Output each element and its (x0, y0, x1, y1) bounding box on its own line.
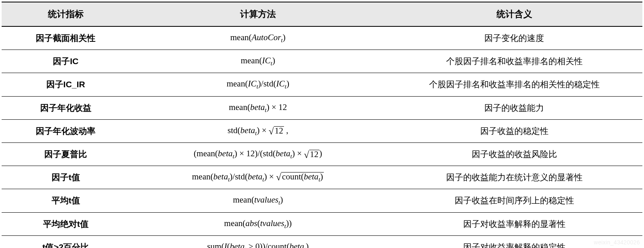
table-row: 因子年化波动率std(betat) × √12 ,因子收益的稳定性 (2, 119, 642, 142)
indicator-cell: 平均绝对t值 (2, 212, 130, 235)
formula-cell: mean(ICt) (130, 50, 386, 73)
table-row: 平均t值mean(tvaluest)因子收益在时间序列上的稳定性 (2, 189, 642, 212)
table-row: 因子夏普比(mean(betat) × 12)/(std(betat) × √1… (2, 142, 642, 166)
formula-cell: mean(betat) × 12 (130, 96, 386, 119)
header-meaning: 统计含义 (386, 2, 642, 26)
indicator-cell: 因子IC (2, 50, 130, 73)
meaning-cell: 个股因子排名和收益率排名的相关性 (386, 50, 642, 73)
meaning-cell: 个股因子排名和收益率排名的相关性的稳定性 (386, 73, 642, 96)
formula-cell: mean(abs(tvaluest)) (130, 212, 386, 235)
formula-cell: mean(tvaluest) (130, 189, 386, 212)
header-method: 计算方法 (130, 2, 386, 26)
formula-cell: mean(AutoCort) (130, 26, 386, 50)
table-row: 因子截面相关性mean(AutoCort)因子变化的速度 (2, 26, 642, 50)
formula-cell: (mean(betat) × 12)/(std(betat) × √12) (130, 142, 386, 166)
table-row: 因子ICmean(ICt)个股因子排名和收益率排名的相关性 (2, 50, 642, 73)
indicator-cell: 因子t值 (2, 166, 130, 189)
table-row: 因子IC_IRmean(ICt)/std(ICt)个股因子排名和收益率排名的相关… (2, 73, 642, 96)
indicator-cell: 因子年化波动率 (2, 119, 130, 142)
meaning-cell: 因子的收益能力 (386, 96, 642, 119)
indicator-cell: 因子截面相关性 (2, 26, 130, 50)
indicator-cell: t值>2百分比 (2, 235, 130, 248)
indicator-cell: 因子IC_IR (2, 73, 130, 96)
table-row: 因子t值mean(betat)/std(betat) × √count(beta… (2, 166, 642, 189)
indicator-cell: 因子年化收益 (2, 96, 130, 119)
meaning-cell: 因子对收益率解释的显著性 (386, 212, 642, 235)
meaning-cell: 因子收益的稳定性 (386, 119, 642, 142)
table-row: t值>2百分比sum(I(betat > 0))/count(betat)因子对… (2, 235, 642, 248)
formula-cell: mean(betat)/std(betat) × √count(betat) (130, 166, 386, 189)
formula-cell: sum(I(betat > 0))/count(betat) (130, 235, 386, 248)
formula-cell: mean(ICt)/std(ICt) (130, 73, 386, 96)
indicator-cell: 因子夏普比 (2, 142, 130, 166)
meaning-cell: 因子的收益能力在统计意义的显著性 (386, 166, 642, 189)
table-row: 平均绝对t值mean(abs(tvaluest))因子对收益率解释的显著性 (2, 212, 642, 235)
statistics-table: 统计指标 计算方法 统计含义 因子截面相关性mean(AutoCort)因子变化… (2, 2, 642, 248)
indicator-cell: 平均t值 (2, 189, 130, 212)
meaning-cell: 因子收益的收益风险比 (386, 142, 642, 166)
table-row: 因子年化收益mean(betat) × 12因子的收益能力 (2, 96, 642, 119)
header-indicator: 统计指标 (2, 2, 130, 26)
watermark: weixin_43420026 (594, 239, 640, 246)
formula-cell: std(betat) × √12 , (130, 119, 386, 142)
meaning-cell: 因子收益在时间序列上的稳定性 (386, 189, 642, 212)
meaning-cell: 因子变化的速度 (386, 26, 642, 50)
